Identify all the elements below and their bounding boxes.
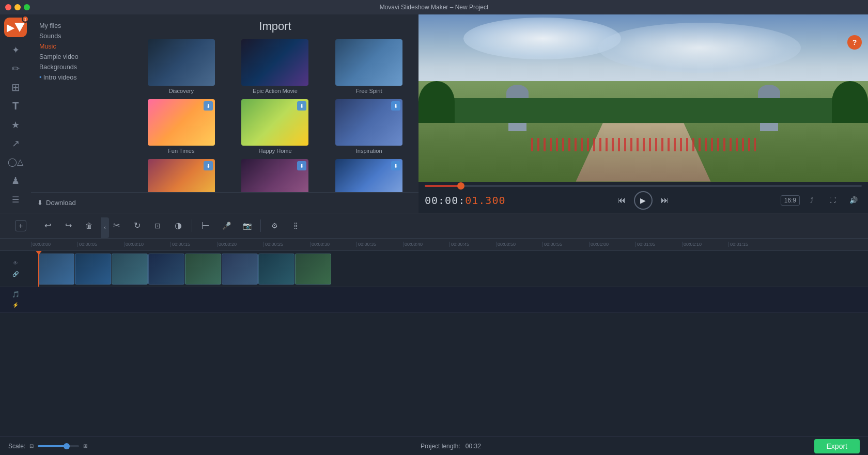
download-icon-luxury[interactable]: ⬇ xyxy=(391,161,400,170)
sidebar-tool-filmstrip[interactable]: ⊞ xyxy=(5,79,26,96)
clip-thumb-4 xyxy=(149,254,184,284)
sidebar-tool-list[interactable]: ☰ xyxy=(5,191,26,208)
toolbar-separator-2 xyxy=(192,219,192,232)
link-icon[interactable]: 🔗 xyxy=(11,270,20,279)
play-button[interactable]: ▶ xyxy=(634,191,653,210)
audio-track: 🎵 ⚡ xyxy=(0,287,868,313)
ruler-mark-11: 00:00:55 xyxy=(542,242,589,247)
export-button[interactable]: Export xyxy=(814,439,860,453)
import-nav-music[interactable]: Music xyxy=(36,41,127,52)
import-nav-sample-video[interactable]: Sample video xyxy=(36,52,127,62)
timecode-red: 01.300 xyxy=(465,194,505,207)
undo-button[interactable]: ↩ xyxy=(38,216,57,235)
title-bar: Movavi Slideshow Maker – New Project xyxy=(0,0,868,14)
import-nav-sounds[interactable]: Sounds xyxy=(36,31,127,41)
grid-item-free-spirit[interactable]: Free Spirit xyxy=(324,39,413,94)
app-logo[interactable]: ▶ 1 xyxy=(4,18,27,37)
audio-button[interactable]: 🎤 xyxy=(217,216,236,235)
effects-icon: ★ xyxy=(11,119,20,131)
audio-icon[interactable]: 🎵 xyxy=(11,290,20,299)
skip-back-button[interactable]: ⏮ xyxy=(613,192,630,209)
grid-item-inspiration[interactable]: ⬇ Inspiration xyxy=(324,99,413,154)
help-button[interactable]: ? xyxy=(847,35,862,50)
maximize-btn[interactable] xyxy=(24,4,30,10)
preview-canvas xyxy=(419,14,868,182)
redo-button[interactable]: ↪ xyxy=(59,216,78,235)
ruler-mark-13: 00:01:05 xyxy=(636,242,682,247)
color-button[interactable]: ◑ xyxy=(169,216,188,235)
sidebar-tool-text[interactable]: T xyxy=(5,97,26,115)
sidebar-tool-run[interactable]: ♟ xyxy=(5,172,26,190)
window-controls[interactable] xyxy=(5,4,30,10)
clip-3[interactable] xyxy=(112,254,148,285)
trim-button[interactable]: ⊢ xyxy=(196,216,215,235)
fullscreen-export-button[interactable]: ⤴ xyxy=(804,192,820,209)
ruler-mark-14: 00:01:10 xyxy=(682,242,729,247)
ruler-mark-4: 00:00:20 xyxy=(217,242,264,247)
progress-bar[interactable] xyxy=(425,185,862,187)
ruler-mark-2: 00:00:10 xyxy=(124,242,171,247)
add-button[interactable]: + xyxy=(15,220,26,231)
notification-badge: 1 xyxy=(22,15,29,23)
video-track-content xyxy=(31,251,868,287)
close-btn[interactable] xyxy=(5,4,11,10)
grid-item-love-nest[interactable]: ⬇ Love Nest xyxy=(231,159,320,192)
ruler-marks: 00:00:00 00:00:05 00:00:10 00:00:15 00:0… xyxy=(31,242,775,247)
download-label: Download xyxy=(46,199,76,207)
progress-handle[interactable] xyxy=(457,182,464,190)
sidebar-tool-shapes[interactable]: ◯△ xyxy=(5,153,26,171)
audio-link-icon[interactable]: ⚡ xyxy=(11,301,20,310)
minimize-btn[interactable] xyxy=(14,4,21,10)
clip-2[interactable] xyxy=(75,254,111,285)
grid-item-live-moment[interactable]: ⬇ Live the Moment xyxy=(137,159,226,192)
delete-button[interactable]: 🗑 xyxy=(80,216,98,235)
grid-item-happy-home[interactable]: ⬇ Happy Home xyxy=(231,99,320,154)
right-panel: ? 00:00:01.300 ⏮ ▶ ⏭ 16:9 ⤴ ⛶ xyxy=(419,14,868,213)
volume-button[interactable]: 🔊 xyxy=(845,192,862,209)
more-button[interactable]: ⣿ xyxy=(286,216,304,235)
import-nav-backgrounds[interactable]: Backgrounds xyxy=(36,62,127,72)
grid-item-fun-times[interactable]: ⬇ Fun Times xyxy=(137,99,226,154)
eye-icon[interactable]: 👁 xyxy=(11,259,20,268)
clip-8[interactable] xyxy=(295,254,331,285)
clip-7[interactable] xyxy=(258,254,295,285)
sidebar-tool-effects[interactable]: ★ xyxy=(5,116,26,133)
settings-button[interactable]: ⚙ xyxy=(265,216,284,235)
cut-button[interactable]: ✂ xyxy=(107,216,126,235)
clip-6[interactable] xyxy=(222,254,258,285)
scale-control: Scale: ⊡ ⊞ xyxy=(8,443,87,450)
import-nav-my-files[interactable]: My files xyxy=(36,21,127,31)
sidebar-tool-magic[interactable]: ✦ xyxy=(5,41,26,59)
scale-handle[interactable] xyxy=(64,443,70,449)
motion-icon: ↗ xyxy=(12,138,20,149)
download-icon-love[interactable]: ⬇ xyxy=(297,161,306,170)
ruler-mark-6: 00:00:30 xyxy=(310,242,357,247)
video-track-controls: 👁 🔗 xyxy=(0,259,31,279)
grid-item-epic[interactable]: Epic Action Movie xyxy=(231,39,320,94)
rotate-button[interactable]: ↻ xyxy=(128,216,146,235)
sidebar-tool-brush[interactable]: ✏ xyxy=(5,60,26,77)
download-icon-inspiration[interactable]: ⬇ xyxy=(391,101,400,111)
grid-item-luxury[interactable]: ⬇ Luxury xyxy=(324,159,413,192)
fullscreen-button[interactable]: ⛶ xyxy=(825,192,841,209)
sidebar-tool-motion[interactable]: ↗ xyxy=(5,135,26,152)
download-icon-happy[interactable]: ⬇ xyxy=(297,101,306,111)
thumb-inspiration: ⬇ xyxy=(335,99,402,146)
scale-max-icon: ⊞ xyxy=(83,443,87,449)
clip-5[interactable] xyxy=(185,254,221,285)
camera-button[interactable]: 📷 xyxy=(238,216,256,235)
thumb-luxury: ⬇ xyxy=(335,159,402,192)
clip-4[interactable] xyxy=(148,254,184,285)
thumb-happy-home: ⬇ xyxy=(241,99,308,146)
download-button[interactable]: ⬇ Download xyxy=(37,199,76,207)
scale-slider[interactable] xyxy=(38,445,79,447)
import-nav-intro-videos[interactable]: Intro videos xyxy=(36,72,127,83)
download-icon-fun[interactable]: ⬇ xyxy=(204,101,213,111)
download-icon-live[interactable]: ⬇ xyxy=(204,161,213,170)
aspect-ratio: 16:9 xyxy=(781,195,800,206)
skip-forward-button[interactable]: ⏭ xyxy=(657,192,673,209)
crop-button[interactable]: ⊡ xyxy=(148,216,167,235)
clip-thumb-5 xyxy=(185,254,221,284)
clip-1[interactable] xyxy=(38,254,74,285)
grid-item-discovery[interactable]: Discovery xyxy=(137,39,226,94)
